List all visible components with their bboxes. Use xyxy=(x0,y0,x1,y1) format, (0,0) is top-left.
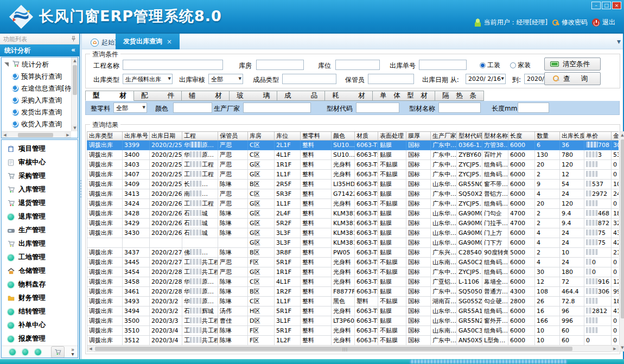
product-type-input[interactable] xyxy=(282,74,336,84)
column-header-型材代码[interactable]: 型材代码 xyxy=(457,132,482,141)
length-input[interactable] xyxy=(518,103,549,113)
scroll-down-icon[interactable]: ▼ xyxy=(619,344,624,351)
table-row[interactable]: 调拨出库34302020/2/26石城陈琳G区3L3F整料KLM38176063… xyxy=(87,228,619,238)
column-header-保管员[interactable]: 保管员 xyxy=(218,132,248,141)
material-tab-单体型材[interactable]: 单体型材 xyxy=(373,91,435,101)
scroll-right-icon[interactable]: ▶ xyxy=(65,132,71,138)
collapse-icon[interactable]: « xyxy=(71,46,75,54)
close-button[interactable]: × xyxy=(612,2,621,9)
column-header-金[interactable]: 金 xyxy=(612,132,619,141)
material-tab-隔热条[interactable]: 隔热条 xyxy=(435,91,484,101)
sidebar-item-仓储管理[interactable]: 仓储管理 xyxy=(2,264,78,278)
module-dot-icon[interactable] xyxy=(35,349,41,355)
tree-item-在途信息查询待[interactable]: 在途信息查询[待 xyxy=(4,82,71,94)
material-tab-玻璃[interactable]: 玻璃 xyxy=(230,91,277,101)
table-row[interactable]: 调拨出库34942020/3/2石辉城汤伟H区5R1F整料光身料6063-T5贴… xyxy=(87,306,619,316)
table-row[interactable]: 调拨出库34032020/2/25工工程严思G区1R1F整料光身料6063-T5… xyxy=(87,160,619,170)
table-row[interactable]: 调拨出库33992020/2/25华原…严思C区2L1F整料SU10…6063-… xyxy=(87,141,619,150)
material-tab-成品[interactable]: 成品 xyxy=(277,91,325,101)
date-from-picker[interactable]: 2020/ 2/16 xyxy=(466,74,506,84)
scroll-right-icon[interactable]: ▶ xyxy=(612,346,618,352)
minimize-button[interactable]: – xyxy=(591,2,601,9)
table-header-row[interactable]: 出库类型出库单号出库日期工程保管员库房库位整零料颜色材质表面处理膜厚生产厂家型材… xyxy=(87,132,619,141)
profile-code-input[interactable] xyxy=(356,103,399,113)
project-name-input[interactable] xyxy=(123,60,223,70)
tree-horizontal-scrollbar[interactable]: ◀ ▶ xyxy=(2,131,71,138)
tree-expander-icon[interactable] xyxy=(4,62,9,67)
tab-shipment-outbound-query[interactable]: 发货出库查询 × xyxy=(116,34,180,49)
sidebar-item-审核中心[interactable]: 审核中心 xyxy=(2,156,78,169)
sidebar-item-出库管理[interactable]: 出库管理 xyxy=(2,237,78,251)
radio-jiazhuang[interactable]: 家装 xyxy=(510,61,531,70)
search-button[interactable]: 查 询 xyxy=(544,72,601,85)
sidebar-item-入库管理[interactable]: 入库管理 xyxy=(2,183,78,196)
profile-name-input[interactable] xyxy=(438,103,481,113)
sidebar-item-物料盘存[interactable]: 物料盘存 xyxy=(2,278,78,291)
color-input[interactable] xyxy=(173,103,212,113)
outbound-type-select[interactable]: 生产领料出库 xyxy=(123,74,173,84)
logout-button[interactable]: 退出 xyxy=(592,18,615,27)
material-tab-辅材[interactable]: 辅材 xyxy=(182,91,230,101)
column-header-长度[interactable]: 长度 xyxy=(508,132,535,141)
grid-horizontal-scrollbar[interactable]: ◀ ||| ▶ xyxy=(87,345,619,352)
warehouse-input[interactable] xyxy=(256,60,304,70)
cart-module-button[interactable] xyxy=(51,346,65,358)
material-tab-型材[interactable]: 型材 xyxy=(85,91,134,101)
tree-vertical-scrollbar[interactable]: ▲ ▼ xyxy=(71,58,78,131)
column-header-出库单号[interactable]: 出库单号 xyxy=(123,132,150,141)
table-row[interactable]: 调拨出库35102020/3/4工共工程陈琳F区5R1F整料光身料6063-T5… xyxy=(87,326,619,336)
column-header-表面处理[interactable]: 表面处理 xyxy=(378,132,406,141)
table-row[interactable]: 调拨出库34612020/2/28华原…陈琳B区1R2F整料F8877FT606… xyxy=(87,287,619,297)
sidebar-section-header[interactable]: 统计分析 « xyxy=(0,44,79,56)
table-row[interactable]: 调拨出库35002020/3/3工共工程曹佳D区3L1F整料LT3P606063… xyxy=(87,316,619,326)
column-header-数量[interactable]: 数量 xyxy=(535,132,560,141)
module-dot-icon[interactable] xyxy=(9,349,16,355)
table-row[interactable]: 调拨出库34582020/2/28华原…陈琳C区4L1F整料光身料6063-T5… xyxy=(87,277,619,287)
audit-select[interactable]: 全部 xyxy=(208,74,243,84)
whole-part-select[interactable]: 全部 xyxy=(113,103,147,113)
table-row[interactable]: 调拨出库34542020/2/28工共工程严思G区1R1F整料光身料6063-T… xyxy=(87,267,619,277)
scroll-left-icon[interactable]: ◀ xyxy=(87,346,94,352)
column-header-出库类型[interactable]: 出库类型 xyxy=(87,132,123,141)
sidebar-item-财务管理[interactable]: 财务管理 xyxy=(2,291,78,305)
table-row[interactable]: 调拨出库34072020/2/25工工程严思G区1L1F整料光身料6063-T5… xyxy=(87,170,619,180)
tab-overflow-icon[interactable]: ▼ xyxy=(617,39,621,44)
column-header-出库长度[interactable]: 出库长度 xyxy=(560,132,584,141)
scroll-up-icon[interactable]: ▲ xyxy=(72,58,78,64)
column-header-整零料[interactable]: 整零料 xyxy=(301,132,332,141)
material-tab-耗材[interactable]: 耗材 xyxy=(325,91,373,101)
column-header-生产厂家[interactable]: 生产厂家 xyxy=(431,132,457,141)
tree-item-预算执行查询[interactable]: 预算执行查询 xyxy=(4,71,71,82)
tab-close-icon[interactable]: × xyxy=(167,38,172,46)
table-row[interactable]: 调拨出库35122020/3/4工共工程陈琳F区1L2F整料光身料6063-T5… xyxy=(87,336,619,346)
scroll-down-icon[interactable]: ▼ xyxy=(72,125,78,131)
module-dot-icon[interactable] xyxy=(22,349,29,355)
table-row[interactable]: 调拨出库34132020/2/26南…严思C区5R3F整料G714226063-… xyxy=(87,189,619,199)
sidebar-item-项目管理[interactable]: 项目管理 xyxy=(2,142,78,156)
sidebar-item-退货管理[interactable]: 退货管理 xyxy=(2,196,78,210)
column-header-材质[interactable]: 材质 xyxy=(355,132,378,141)
material-tab-配件[interactable]: 配件 xyxy=(134,91,182,101)
scroll-left-icon[interactable]: ◀ xyxy=(2,132,8,138)
sidebar-item-补单中心[interactable]: 补单中心 xyxy=(2,318,78,332)
table-row[interactable]: 调拨出库34002020/2/25华原…严思C区4L1F整料SU10…6063-… xyxy=(87,150,619,160)
column-header-型材名称[interactable]: 型材名称 xyxy=(482,132,508,141)
table-row[interactable]: 调拨出库34932020/3/2华原…陈琳C区1L1F整料黑色塑料不贴膜国标湖南… xyxy=(87,297,619,306)
sidebar-item-结转管理[interactable]: 结转管理 xyxy=(2,305,78,318)
change-password-button[interactable]: 修改密码 xyxy=(552,18,588,27)
column-header-工程[interactable]: 工程 xyxy=(182,132,218,141)
column-header-库房[interactable]: 库房 xyxy=(248,132,275,141)
tree-item-发货出库查询[interactable]: 发货出库查询 xyxy=(4,106,71,118)
table-row[interactable]: 调拨出库34372020/2/27佛…陈琳B区3R8F整料PW056063-T5… xyxy=(87,248,619,258)
tree-item-收货入库查询[interactable]: 收货入库查询 xyxy=(4,118,71,130)
column-header-膜厚[interactable]: 膜厚 xyxy=(406,132,431,141)
radio-gongzhuang[interactable]: 工装 xyxy=(480,61,500,70)
table-row[interactable]: 调拨出库34292020/2/26石城陈琳G区5R2F整料KLM38176063… xyxy=(87,219,619,228)
column-header-库位[interactable]: 库位 xyxy=(275,132,301,141)
sidebar-item-报废管理[interactable]: 报废管理 xyxy=(2,332,78,346)
sidebar-item-工地管理[interactable]: 工地管理 xyxy=(2,251,78,264)
tree-item-采购入库查询[interactable]: 采购入库查询 xyxy=(4,94,71,106)
scroll-up-icon[interactable]: ▲ xyxy=(619,132,624,138)
table-row[interactable]: 调拨出库34452020/2/27工共工程严思F区5R1F整料光身料6063-T… xyxy=(87,258,619,267)
tree-root-node[interactable]: 统计分析 xyxy=(4,59,71,71)
